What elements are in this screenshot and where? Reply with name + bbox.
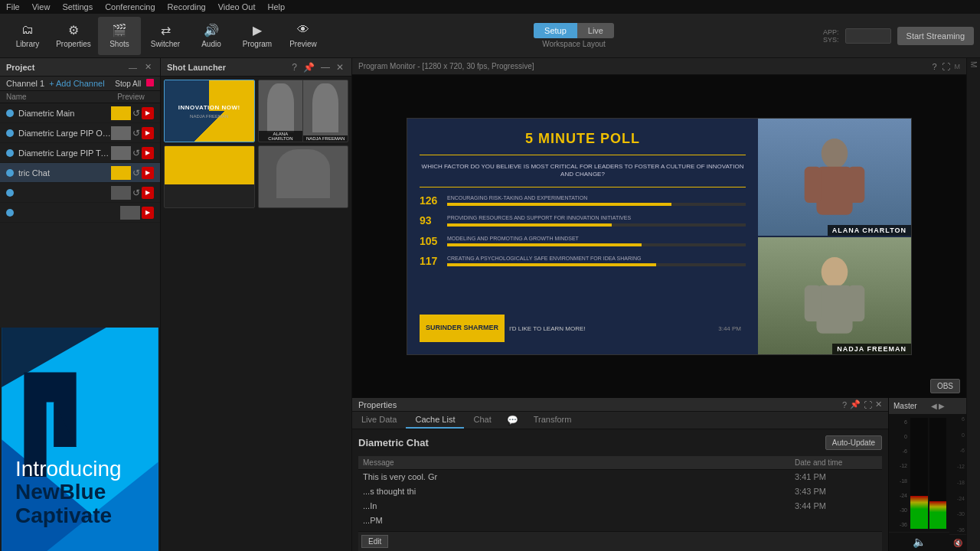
auto-update-button[interactable]: Auto-Update: [825, 435, 882, 450]
project-item[interactable]: Diametric Large PIP One ↺ ▶: [0, 123, 160, 143]
rvu-neg30: -30: [951, 511, 965, 517]
tab-transform[interactable]: Transform: [524, 412, 581, 429]
poll-footer-time: 3:44 PM: [718, 325, 741, 332]
poll-num: 105: [420, 236, 443, 246]
item-refresh-button[interactable]: ↺: [132, 187, 140, 198]
poll-item: 117 CREATING A PSYCHOLOGICALLY SAFE ENVI…: [420, 256, 746, 266]
obs-button[interactable]: OBS: [930, 379, 960, 393]
setup-live-toggle[interactable]: Setup Live: [534, 23, 614, 38]
shot-launcher-actions: ? 📌 — ✕: [290, 62, 345, 73]
shots-button[interactable]: 🎬 Shots: [98, 17, 141, 55]
vu-scale-neg18: -18: [892, 478, 907, 484]
vu-scale-neg12: -12: [892, 463, 907, 468]
item-play-button[interactable]: ▶: [142, 127, 154, 139]
chat-row[interactable]: ...In 3:44 PM: [358, 499, 882, 514]
shot-close-button[interactable]: ✕: [335, 62, 345, 73]
tab-cache-list[interactable]: Cache List: [406, 412, 464, 429]
monitor-expand-button[interactable]: ⛶: [942, 62, 950, 71]
shot-minimize-button[interactable]: —: [319, 62, 332, 73]
menu-videoout[interactable]: Video Out: [218, 2, 256, 11]
item-refresh-button[interactable]: ↺: [132, 108, 140, 119]
props-help-button[interactable]: ?: [842, 399, 847, 409]
project-item[interactable]: Diametric Large PIP Two ↺ ▶: [0, 143, 160, 163]
poll-cam1-label: ALANA CHARLTON: [828, 225, 911, 236]
props-pin-button[interactable]: 📌: [850, 399, 861, 409]
project-item[interactable]: ↺ ▶: [0, 183, 160, 203]
menu-recording[interactable]: Recording: [168, 2, 206, 11]
master-label: Master: [893, 402, 917, 410]
project-minimize-button[interactable]: —: [126, 62, 139, 73]
shot-help-button[interactable]: ?: [290, 62, 299, 73]
tab-chat-icon[interactable]: 💬: [501, 412, 524, 429]
vu-bar-fill-left: [910, 496, 928, 530]
item-refresh-button[interactable]: ↺: [132, 128, 140, 139]
item-play-button[interactable]: ▶: [142, 107, 154, 119]
item-refresh-button[interactable]: ↺: [132, 148, 140, 158]
project-item[interactable]: Diametric Main ↺ ▶: [0, 103, 160, 123]
chat-edit-button[interactable]: Edit: [361, 535, 388, 548]
project-close-button[interactable]: ✕: [142, 61, 154, 73]
chat-row[interactable]: ...s thought thi 3:43 PM: [358, 484, 882, 499]
menu-conferencing[interactable]: Conferencing: [105, 2, 155, 11]
monitor-help-button[interactable]: ?: [932, 62, 936, 71]
program-button[interactable]: ▶ Program: [236, 17, 279, 55]
item-name: tric Chat: [18, 168, 111, 178]
item-play-button[interactable]: ▶: [142, 207, 154, 219]
master-pin-button[interactable]: ▶: [939, 402, 945, 410]
project-item[interactable]: ▶: [0, 203, 160, 223]
properties-button[interactable]: ⚙ Properties: [52, 17, 95, 55]
audio-icon: 🔊: [203, 23, 220, 37]
level-meter: [845, 28, 891, 44]
shot-pin-button[interactable]: 📌: [302, 62, 316, 73]
setup-tab[interactable]: Setup: [534, 23, 577, 38]
preview-icon: 👁: [295, 23, 312, 37]
menu-file[interactable]: File: [6, 2, 20, 11]
rvu-neg24: -24: [951, 496, 965, 501]
menu-help[interactable]: Help: [267, 2, 285, 11]
start-streaming-button[interactable]: Start Streaming: [897, 27, 974, 45]
item-play-button[interactable]: ▶: [142, 167, 154, 179]
chat-row[interactable]: This is very cool. Gr 3:41 PM: [358, 470, 882, 484]
toolbar-right: APP: SYS: Start Streaming: [823, 27, 974, 45]
project-item[interactable]: tric Chat ↺ ▶: [0, 163, 160, 183]
item-play-button[interactable]: ▶: [142, 187, 154, 199]
poll-bar-bg: [447, 243, 746, 246]
menu-settings[interactable]: Settings: [62, 2, 93, 11]
chat-row[interactable]: ...PM: [358, 514, 882, 528]
master-expand-button[interactable]: ◀: [931, 402, 937, 410]
live-tab[interactable]: Live: [577, 23, 614, 38]
monitor-canvas: 5 MINUTE POLL WHICH FACTOR DO YOU BELIEV…: [352, 75, 966, 398]
props-close-button[interactable]: ✕: [875, 399, 882, 409]
switcher-button[interactable]: ⇄ Switcher: [144, 17, 187, 55]
poll-bar-fill: [447, 223, 612, 227]
poll-footer: SURINDER SHARMER I'D LIKE TO LEARN MORE!…: [420, 315, 746, 342]
far-right-button[interactable]: M: [969, 61, 978, 67]
svg-rect-8: [805, 166, 822, 202]
shot-item[interactable]: [164, 145, 255, 208]
master-header: Master ◀ ▶: [889, 398, 949, 415]
shot-grid: INNOVATION NOW! NADJA FREEMAN ALANA CHAR…: [161, 77, 351, 551]
library-button[interactable]: 🗂 Library: [6, 17, 49, 55]
props-expand-button[interactable]: ⛶: [864, 399, 872, 409]
shot-item[interactable]: INNOVATION NOW! NADJA FREEMAN: [164, 80, 255, 142]
rvu-6: 6: [951, 416, 965, 422]
main-area: Project — ✕ Channel 1 + Add Channel Stop…: [0, 58, 980, 551]
menu-view[interactable]: View: [32, 2, 51, 11]
program-label: Program: [243, 40, 272, 48]
shot-item[interactable]: [258, 145, 349, 208]
preview-button[interactable]: 👁 Preview: [282, 17, 325, 55]
item-preview-thumb: [111, 186, 131, 200]
item-refresh-button[interactable]: ↺: [132, 168, 140, 178]
audio-button[interactable]: 🔊 Audio: [190, 17, 233, 55]
shot-item[interactable]: ALANA CHARLTON NADJA FREEMAN: [258, 80, 349, 142]
item-play-button[interactable]: ▶: [142, 147, 154, 159]
stop-all-button[interactable]: Stop All: [115, 79, 154, 88]
tab-live-data[interactable]: Live Data: [352, 412, 406, 429]
poll-footer-msg-block: I'D LIKE TO LEARN MORE! 3:44 PM: [505, 315, 746, 342]
tab-chat[interactable]: Chat: [464, 412, 500, 429]
add-channel-button[interactable]: + Add Channel: [49, 79, 104, 88]
item-color-dot: [6, 209, 14, 217]
monitor-expand-label: M: [955, 63, 961, 70]
cam-person-2: [758, 237, 911, 354]
shot-innovation-sub: NADJA FREEMAN: [178, 114, 240, 119]
